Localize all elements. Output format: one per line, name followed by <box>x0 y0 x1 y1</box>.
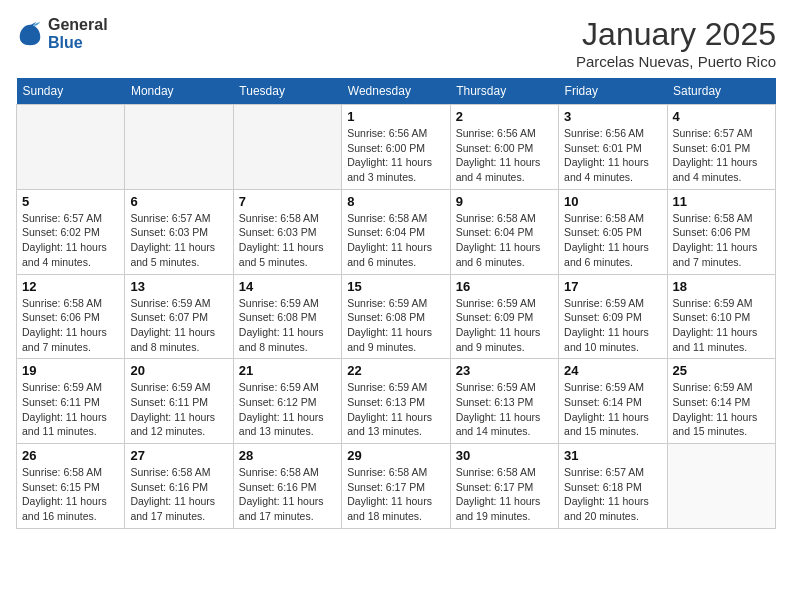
day-number: 1 <box>347 109 444 124</box>
calendar-subtitle: Parcelas Nuevas, Puerto Rico <box>576 53 776 70</box>
calendar-cell: 7Sunrise: 6:58 AM Sunset: 6:03 PM Daylig… <box>233 189 341 274</box>
day-number: 22 <box>347 363 444 378</box>
calendar-cell: 12Sunrise: 6:58 AM Sunset: 6:06 PM Dayli… <box>17 274 125 359</box>
day-number: 10 <box>564 194 661 209</box>
calendar-cell: 25Sunrise: 6:59 AM Sunset: 6:14 PM Dayli… <box>667 359 775 444</box>
day-info: Sunrise: 6:59 AM Sunset: 6:13 PM Dayligh… <box>456 380 553 439</box>
calendar-title: January 2025 <box>576 16 776 53</box>
day-info: Sunrise: 6:58 AM Sunset: 6:03 PM Dayligh… <box>239 211 336 270</box>
calendar-cell: 14Sunrise: 6:59 AM Sunset: 6:08 PM Dayli… <box>233 274 341 359</box>
week-row-2: 5Sunrise: 6:57 AM Sunset: 6:02 PM Daylig… <box>17 189 776 274</box>
day-number: 7 <box>239 194 336 209</box>
weekday-header-friday: Friday <box>559 78 667 105</box>
day-info: Sunrise: 6:59 AM Sunset: 6:14 PM Dayligh… <box>564 380 661 439</box>
weekday-header-thursday: Thursday <box>450 78 558 105</box>
day-info: Sunrise: 6:58 AM Sunset: 6:17 PM Dayligh… <box>347 465 444 524</box>
day-info: Sunrise: 6:59 AM Sunset: 6:08 PM Dayligh… <box>347 296 444 355</box>
week-row-5: 26Sunrise: 6:58 AM Sunset: 6:15 PM Dayli… <box>17 444 776 529</box>
calendar-cell <box>125 105 233 190</box>
day-info: Sunrise: 6:59 AM Sunset: 6:11 PM Dayligh… <box>22 380 119 439</box>
day-number: 23 <box>456 363 553 378</box>
day-number: 25 <box>673 363 770 378</box>
day-number: 17 <box>564 279 661 294</box>
calendar-cell: 10Sunrise: 6:58 AM Sunset: 6:05 PM Dayli… <box>559 189 667 274</box>
day-info: Sunrise: 6:58 AM Sunset: 6:04 PM Dayligh… <box>456 211 553 270</box>
calendar-cell <box>233 105 341 190</box>
week-row-3: 12Sunrise: 6:58 AM Sunset: 6:06 PM Dayli… <box>17 274 776 359</box>
calendar-cell: 2Sunrise: 6:56 AM Sunset: 6:00 PM Daylig… <box>450 105 558 190</box>
calendar-cell: 4Sunrise: 6:57 AM Sunset: 6:01 PM Daylig… <box>667 105 775 190</box>
calendar-cell: 22Sunrise: 6:59 AM Sunset: 6:13 PM Dayli… <box>342 359 450 444</box>
day-info: Sunrise: 6:57 AM Sunset: 6:02 PM Dayligh… <box>22 211 119 270</box>
day-number: 27 <box>130 448 227 463</box>
logo-text: General Blue <box>48 16 108 51</box>
calendar-cell: 30Sunrise: 6:58 AM Sunset: 6:17 PM Dayli… <box>450 444 558 529</box>
calendar-cell: 20Sunrise: 6:59 AM Sunset: 6:11 PM Dayli… <box>125 359 233 444</box>
day-info: Sunrise: 6:58 AM Sunset: 6:04 PM Dayligh… <box>347 211 444 270</box>
day-info: Sunrise: 6:59 AM Sunset: 6:11 PM Dayligh… <box>130 380 227 439</box>
weekday-header-tuesday: Tuesday <box>233 78 341 105</box>
day-number: 13 <box>130 279 227 294</box>
calendar-cell: 13Sunrise: 6:59 AM Sunset: 6:07 PM Dayli… <box>125 274 233 359</box>
logo: General Blue <box>16 16 108 51</box>
day-number: 11 <box>673 194 770 209</box>
header: General Blue January 2025 Parcelas Nueva… <box>16 16 776 70</box>
day-number: 6 <box>130 194 227 209</box>
day-number: 12 <box>22 279 119 294</box>
day-info: Sunrise: 6:59 AM Sunset: 6:10 PM Dayligh… <box>673 296 770 355</box>
day-number: 29 <box>347 448 444 463</box>
day-info: Sunrise: 6:58 AM Sunset: 6:16 PM Dayligh… <box>239 465 336 524</box>
calendar-cell: 6Sunrise: 6:57 AM Sunset: 6:03 PM Daylig… <box>125 189 233 274</box>
day-number: 31 <box>564 448 661 463</box>
weekday-header-sunday: Sunday <box>17 78 125 105</box>
calendar-cell <box>17 105 125 190</box>
day-info: Sunrise: 6:58 AM Sunset: 6:05 PM Dayligh… <box>564 211 661 270</box>
day-info: Sunrise: 6:58 AM Sunset: 6:17 PM Dayligh… <box>456 465 553 524</box>
day-info: Sunrise: 6:57 AM Sunset: 6:18 PM Dayligh… <box>564 465 661 524</box>
day-info: Sunrise: 6:59 AM Sunset: 6:07 PM Dayligh… <box>130 296 227 355</box>
calendar-table: SundayMondayTuesdayWednesdayThursdayFrid… <box>16 78 776 529</box>
calendar-cell: 31Sunrise: 6:57 AM Sunset: 6:18 PM Dayli… <box>559 444 667 529</box>
day-info: Sunrise: 6:59 AM Sunset: 6:09 PM Dayligh… <box>456 296 553 355</box>
day-info: Sunrise: 6:56 AM Sunset: 6:00 PM Dayligh… <box>456 126 553 185</box>
day-number: 16 <box>456 279 553 294</box>
day-info: Sunrise: 6:56 AM Sunset: 6:00 PM Dayligh… <box>347 126 444 185</box>
day-info: Sunrise: 6:58 AM Sunset: 6:06 PM Dayligh… <box>22 296 119 355</box>
day-number: 8 <box>347 194 444 209</box>
calendar-cell: 11Sunrise: 6:58 AM Sunset: 6:06 PM Dayli… <box>667 189 775 274</box>
day-number: 5 <box>22 194 119 209</box>
calendar-cell <box>667 444 775 529</box>
weekday-header-monday: Monday <box>125 78 233 105</box>
calendar-cell: 18Sunrise: 6:59 AM Sunset: 6:10 PM Dayli… <box>667 274 775 359</box>
day-number: 15 <box>347 279 444 294</box>
day-info: Sunrise: 6:58 AM Sunset: 6:16 PM Dayligh… <box>130 465 227 524</box>
title-area: January 2025 Parcelas Nuevas, Puerto Ric… <box>576 16 776 70</box>
day-info: Sunrise: 6:59 AM Sunset: 6:09 PM Dayligh… <box>564 296 661 355</box>
day-info: Sunrise: 6:59 AM Sunset: 6:12 PM Dayligh… <box>239 380 336 439</box>
calendar-cell: 19Sunrise: 6:59 AM Sunset: 6:11 PM Dayli… <box>17 359 125 444</box>
day-info: Sunrise: 6:59 AM Sunset: 6:14 PM Dayligh… <box>673 380 770 439</box>
calendar-cell: 29Sunrise: 6:58 AM Sunset: 6:17 PM Dayli… <box>342 444 450 529</box>
day-number: 4 <box>673 109 770 124</box>
calendar-cell: 15Sunrise: 6:59 AM Sunset: 6:08 PM Dayli… <box>342 274 450 359</box>
day-number: 24 <box>564 363 661 378</box>
calendar-cell: 1Sunrise: 6:56 AM Sunset: 6:00 PM Daylig… <box>342 105 450 190</box>
day-number: 20 <box>130 363 227 378</box>
day-info: Sunrise: 6:57 AM Sunset: 6:01 PM Dayligh… <box>673 126 770 185</box>
week-row-1: 1Sunrise: 6:56 AM Sunset: 6:00 PM Daylig… <box>17 105 776 190</box>
day-info: Sunrise: 6:56 AM Sunset: 6:01 PM Dayligh… <box>564 126 661 185</box>
day-number: 26 <box>22 448 119 463</box>
calendar-cell: 8Sunrise: 6:58 AM Sunset: 6:04 PM Daylig… <box>342 189 450 274</box>
day-number: 21 <box>239 363 336 378</box>
calendar-cell: 27Sunrise: 6:58 AM Sunset: 6:16 PM Dayli… <box>125 444 233 529</box>
day-info: Sunrise: 6:58 AM Sunset: 6:06 PM Dayligh… <box>673 211 770 270</box>
day-number: 9 <box>456 194 553 209</box>
calendar-cell: 26Sunrise: 6:58 AM Sunset: 6:15 PM Dayli… <box>17 444 125 529</box>
calendar-cell: 9Sunrise: 6:58 AM Sunset: 6:04 PM Daylig… <box>450 189 558 274</box>
day-number: 2 <box>456 109 553 124</box>
calendar-cell: 24Sunrise: 6:59 AM Sunset: 6:14 PM Dayli… <box>559 359 667 444</box>
day-number: 14 <box>239 279 336 294</box>
weekday-header-wednesday: Wednesday <box>342 78 450 105</box>
calendar-cell: 16Sunrise: 6:59 AM Sunset: 6:09 PM Dayli… <box>450 274 558 359</box>
weekday-header-row: SundayMondayTuesdayWednesdayThursdayFrid… <box>17 78 776 105</box>
